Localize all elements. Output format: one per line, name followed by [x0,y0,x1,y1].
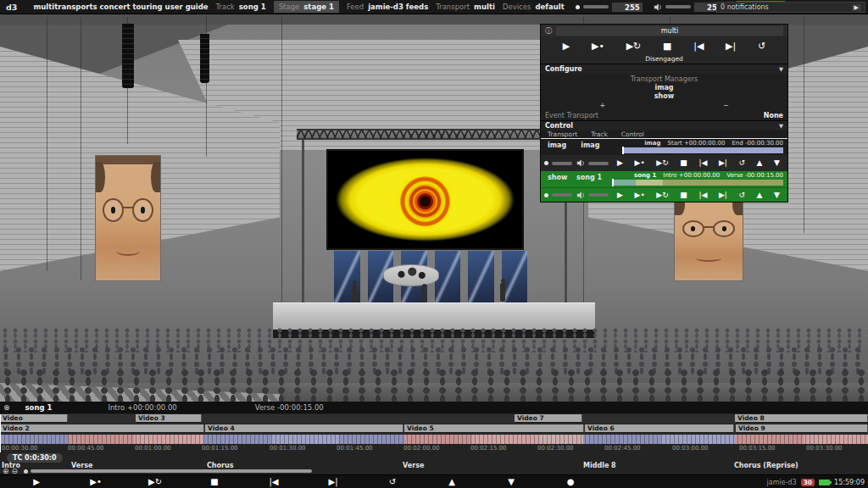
stop-button[interactable]: ■ [663,42,671,51]
beat-segment[interactable] [472,435,540,444]
brightness-track[interactable] [552,162,572,165]
previous-track-button[interactable]: ▲ [434,475,470,488]
next-section-button[interactable]: ▶| [719,191,727,199]
timeline-clip[interactable]: Video 2 [0,424,204,433]
play-to-next-section-button[interactable]: ▶• [634,191,644,199]
add-manager-button[interactable]: + [541,101,665,110]
beat-segment[interactable] [68,435,134,444]
timeline-scrollbar[interactable] [31,469,312,473]
timeline-clip[interactable]: Video [0,414,68,423]
next-track-button[interactable]: ▼ [774,159,780,167]
stop-button[interactable]: ■ [680,191,687,199]
menu-project-title[interactable]: multitransports concert touring user gui… [33,3,208,11]
collapse-icon[interactable]: ▼ [779,123,783,130]
loop-section-button[interactable]: ▶↻ [656,191,668,199]
loop-section-button[interactable]: ▶↻ [626,42,642,51]
brightness-value[interactable]: 255 [612,3,643,12]
control-section-header[interactable]: Control ▼ [541,120,787,130]
scrollbar-handle[interactable] [24,469,28,474]
info-icon[interactable]: ⓘ [545,26,552,36]
hold-button[interactable]: ● [553,475,588,488]
timecode-ruler[interactable]: 00:00:30.0000:00:45.0000:01:00.0000:01:1… [0,445,868,452]
timeline-clip[interactable]: Video 6 [585,424,734,433]
previous-section-button[interactable]: |◀ [698,159,707,167]
imag-track-bar[interactable]: imag Start +00:00:00.00 End -00:00:30.00 [622,139,787,155]
previous-track-button[interactable]: ▲ [757,159,763,167]
menu-transport[interactable]: Transport multi [436,3,495,11]
event-transport-value[interactable]: None [764,112,783,119]
timeline-clip[interactable]: Video 9 [736,424,868,433]
beat-segment[interactable] [804,435,868,444]
beat-segment[interactable] [404,435,472,444]
next-track-button[interactable]: ▼ [493,475,529,488]
beat-segment[interactable] [271,435,339,444]
configure-section-header[interactable]: Configure ▼ [541,64,787,74]
timeline-clip[interactable]: Video 5 [404,424,584,433]
machine-name[interactable]: jamie-d3 [767,479,797,486]
beat-segment[interactable] [661,435,736,444]
return-to-start-button[interactable]: ↺ [758,42,765,51]
return-to-start-button[interactable]: ↺ [738,191,745,199]
show-progress-bar[interactable] [612,180,783,186]
transport-manager-item[interactable]: imag [541,84,787,92]
return-to-start-button[interactable]: ↺ [375,475,410,488]
next-section-button[interactable]: ▶| [315,475,351,488]
section-label[interactable]: Chorus (Reprise) [734,462,798,469]
control-column-tab[interactable]: Control [621,130,644,138]
previous-track-button[interactable]: ▲ [757,191,763,199]
remove-manager-button[interactable]: − [665,101,788,110]
beat-segment[interactable] [583,435,661,444]
play-to-next-section-button[interactable]: ▶• [634,159,644,167]
timeline-clip[interactable]: Video 8 [735,414,868,423]
control-column-tab[interactable]: Transport [548,130,577,138]
play-button[interactable]: ▶ [19,475,54,488]
panel-title-bar[interactable]: ⓘ multi [541,25,787,36]
transport-manager-item[interactable]: show [541,92,787,101]
stop-button[interactable]: ■ [680,159,687,167]
close-icon[interactable]: ⊗ [3,403,10,412]
section-label[interactable]: Verse [403,462,424,469]
brightness-icon[interactable] [544,161,548,165]
play-button[interactable]: ▶ [563,42,570,51]
speaker-icon[interactable] [576,159,585,167]
volume-track[interactable] [588,193,609,197]
play-button[interactable]: ▶ [617,191,623,199]
play-button[interactable]: ▶ [617,159,623,167]
timeline-clip[interactable]: Video 4 [205,424,403,433]
next-section-button[interactable]: ▶| [726,42,736,51]
previous-section-button[interactable]: |◀ [256,475,292,488]
play-to-next-section-button[interactable]: ▶• [592,42,604,51]
menu-devices[interactable]: Devices default [503,3,565,11]
beat-segment[interactable] [0,435,68,444]
section-label[interactable]: Middle 8 [583,462,616,469]
beat-segment[interactable] [736,435,804,444]
notifications-button[interactable]: 0 notifications ▶ [716,2,865,13]
volume-track[interactable] [665,5,691,8]
imag-progress-bar[interactable] [622,147,783,153]
beat-segment[interactable] [540,435,583,444]
beat-segment[interactable] [203,435,271,444]
stop-button[interactable]: ■ [197,475,232,488]
transport-name[interactable]: imag [541,139,579,155]
beat-bar[interactable] [0,435,868,444]
previous-section-button[interactable]: |◀ [693,42,704,51]
volume-track[interactable] [588,162,609,165]
show-track-bar[interactable]: song 1 Intro +00:00:00.00 Verse -00:00:1… [612,171,787,187]
playhead[interactable] [0,414,1,452]
return-to-start-button[interactable]: ↺ [738,159,745,167]
speaker-icon[interactable] [576,191,585,199]
menu-track[interactable]: Track song 1 [216,3,266,11]
next-section-button[interactable]: ▶| [719,159,727,167]
timeline-track-name[interactable]: song 1 [25,403,53,412]
next-track-button[interactable]: ▼ [774,191,780,199]
brightness-track[interactable] [583,5,609,8]
loop-section-button[interactable]: ▶↻ [656,159,668,167]
previous-section-button[interactable]: |◀ [698,191,707,199]
loop-section-button[interactable]: ▶↻ [137,475,173,488]
play-to-next-section-button[interactable]: ▶• [78,475,114,488]
track-name[interactable]: song 1 [575,171,612,187]
track-name[interactable]: imag [579,139,622,155]
beat-segment[interactable] [134,435,203,444]
collapse-icon[interactable]: ▼ [779,66,783,73]
menu-feed[interactable]: Feed jamie-d3 feeds [347,3,428,11]
